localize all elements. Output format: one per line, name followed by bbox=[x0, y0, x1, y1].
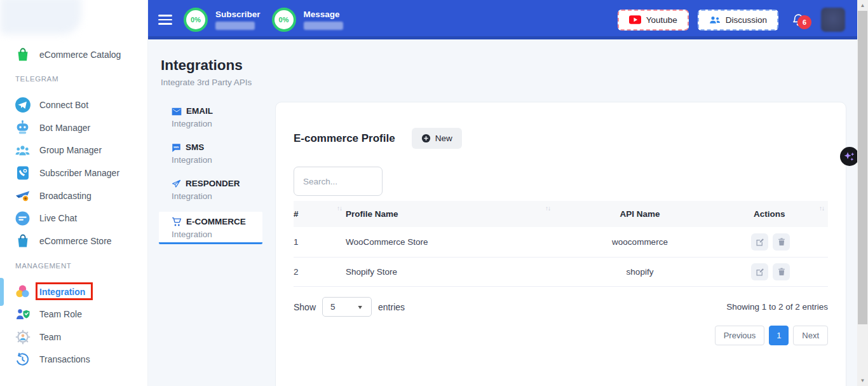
subnav-item-subtitle: Integration bbox=[172, 154, 262, 166]
subnav-item-responder[interactable]: RESPONDER Integration bbox=[159, 176, 262, 205]
discussion-button-label: Discussion bbox=[726, 15, 767, 25]
sidebar-item-broadcasting[interactable]: Broadcasting bbox=[0, 184, 147, 207]
sidebar-item-label: Subscriber Manager bbox=[39, 168, 119, 178]
search-input[interactable] bbox=[294, 167, 383, 196]
profiles-table: #↑↓ Profile Name↑↓ API Name Actions↑↓ 1 … bbox=[294, 201, 828, 287]
sidebar-item-label: Broadcasting bbox=[39, 191, 92, 201]
new-profile-button[interactable]: New bbox=[412, 128, 462, 149]
column-header-profile-name[interactable]: Profile Name↑↓ bbox=[346, 201, 554, 227]
row-number: 1 bbox=[294, 237, 346, 247]
subnav-item-subtitle: Integration bbox=[172, 190, 262, 202]
active-item-indicator bbox=[0, 278, 4, 306]
subnav-item-email[interactable]: EMAIL Integration bbox=[159, 103, 262, 132]
sidebar-section-telegram: TELEGRAM bbox=[0, 72, 147, 85]
sidebar-item-label: Integration bbox=[39, 287, 85, 297]
plus-circle-icon bbox=[421, 134, 431, 143]
page-title: Integrations bbox=[161, 57, 243, 74]
sidebar-item-label: Team bbox=[39, 332, 61, 342]
column-header-api-name[interactable]: API Name bbox=[554, 201, 726, 227]
chevron-down-icon: ▼ bbox=[356, 304, 363, 310]
notification-bell[interactable]: 6 bbox=[791, 13, 806, 27]
sidebar-item-label: Live Chat bbox=[39, 213, 77, 223]
api-name-cell: shopify bbox=[554, 267, 726, 277]
sidebar-item-label: Connect Bot bbox=[39, 100, 88, 110]
robot-icon bbox=[14, 119, 31, 136]
api-name-cell: woocommerce bbox=[554, 237, 726, 247]
scrollbar-down-arrow[interactable]: ▼ bbox=[857, 375, 868, 386]
main-content: Integrations Integrate 3rd Party APIs EM… bbox=[148, 39, 868, 386]
clock-history-icon bbox=[14, 351, 31, 368]
current-page-button[interactable]: 1 bbox=[769, 326, 789, 345]
edit-button[interactable] bbox=[751, 233, 768, 251]
table-row: 1 WooCommerce Store woocommerce bbox=[294, 227, 828, 258]
envelope-icon bbox=[172, 107, 182, 116]
sidebar: eCommerce Catalog TELEGRAM Connect Bot B… bbox=[0, 0, 148, 386]
sidebar-item-integration[interactable]: Integration bbox=[0, 280, 147, 303]
sort-icon[interactable]: ↑↓ bbox=[819, 205, 824, 212]
previous-page-button[interactable]: Previous bbox=[715, 326, 765, 345]
sidebar-item-connect-bot[interactable]: Connect Bot bbox=[0, 93, 147, 116]
subnav-item-sms[interactable]: SMS SMS Integration bbox=[159, 139, 262, 169]
subscriber-progress-value-redacted bbox=[215, 22, 255, 30]
discussion-button[interactable]: Discussion bbox=[698, 10, 778, 31]
entries-label: entries bbox=[378, 302, 405, 312]
sidebar-item-group-manager[interactable]: Group Manager bbox=[0, 139, 147, 162]
profile-name-cell: Shopify Store bbox=[346, 267, 554, 277]
gear-person-icon bbox=[14, 328, 31, 345]
column-header-actions[interactable]: Actions↑↓ bbox=[726, 201, 828, 227]
sidebar-item-transactions[interactable]: Transactions bbox=[0, 348, 147, 371]
sidebar-item-bot-manager[interactable]: Bot Manager bbox=[0, 116, 147, 139]
message-progress-circle: 0% bbox=[272, 8, 296, 32]
sidebar-item-ecommerce-catalog[interactable]: eCommerce Catalog bbox=[0, 43, 147, 66]
table-header-row: #↑↓ Profile Name↑↓ API Name Actions↑↓ bbox=[294, 201, 828, 227]
sidebar-item-label: eCommerce Store bbox=[39, 236, 112, 246]
scrollbar-up-arrow[interactable]: ▲ bbox=[857, 0, 868, 11]
edit-icon bbox=[755, 267, 764, 277]
youtube-button[interactable]: Youtube bbox=[618, 10, 689, 31]
group-people-icon bbox=[14, 142, 31, 159]
scrollbar-thumb[interactable] bbox=[858, 11, 867, 324]
sparkles-icon bbox=[843, 150, 856, 163]
user-avatar[interactable] bbox=[821, 8, 845, 32]
sidebar-item-live-chat[interactable]: Live Chat bbox=[0, 207, 147, 230]
sidebar-item-team-role[interactable]: Team Role bbox=[0, 303, 147, 326]
table-row: 2 Shopify Store shopify bbox=[294, 258, 828, 287]
profile-name-cell: WooCommerce Store bbox=[346, 237, 554, 247]
vertical-scrollbar[interactable]: ▲ ▼ bbox=[857, 0, 868, 386]
sidebar-item-label: Group Manager bbox=[39, 145, 102, 155]
trash-icon bbox=[777, 237, 786, 247]
next-page-button[interactable]: Next bbox=[793, 326, 828, 345]
subscriber-progress: 0% Subscriber bbox=[184, 8, 261, 32]
sort-icon[interactable]: ↑↓ bbox=[337, 205, 342, 212]
contact-book-icon bbox=[14, 164, 31, 181]
subnav-item-subtitle: Integration bbox=[172, 118, 262, 130]
column-header-num[interactable]: #↑↓ bbox=[294, 201, 346, 227]
page-size-select[interactable]: 5 ▼ bbox=[322, 297, 372, 317]
subnav-item-ecommerce[interactable]: E-COMMERCE Integration bbox=[159, 212, 262, 244]
delete-button[interactable] bbox=[773, 233, 790, 251]
hamburger-menu-icon[interactable] bbox=[158, 12, 172, 27]
app-logo bbox=[0, 0, 81, 34]
message-progress-label: Message bbox=[304, 10, 343, 19]
sort-icon[interactable]: ↑↓ bbox=[545, 205, 550, 212]
page-size-value: 5 bbox=[330, 302, 336, 312]
chat-bubble-icon bbox=[14, 210, 31, 227]
sidebar-item-team[interactable]: Team bbox=[0, 326, 147, 348]
notification-count-badge: 6 bbox=[797, 15, 811, 29]
message-progress-value-redacted bbox=[304, 22, 343, 30]
subnav-item-title: E-COMMERCE bbox=[186, 216, 246, 228]
subnav-item-subtitle: Integration bbox=[172, 228, 262, 240]
pagination: Previous 1 Next bbox=[294, 326, 828, 345]
edit-button[interactable] bbox=[751, 263, 768, 280]
sidebar-item-label: Bot Manager bbox=[39, 123, 90, 133]
shield-person-icon bbox=[14, 306, 31, 323]
subscriber-progress-circle: 0% bbox=[184, 8, 208, 32]
page-subtitle: Integrate 3rd Party APIs bbox=[161, 78, 252, 87]
sidebar-item-label: Team Role bbox=[39, 309, 82, 319]
sidebar-item-ecommerce-store[interactable]: eCommerce Store bbox=[0, 230, 147, 252]
ai-assistant-button[interactable] bbox=[840, 147, 859, 166]
shopping-bag-blue-icon bbox=[14, 232, 31, 249]
delete-button[interactable] bbox=[773, 263, 790, 280]
sidebar-item-subscriber-manager[interactable]: Subscriber Manager bbox=[0, 162, 147, 184]
subnav-item-title: EMAIL bbox=[186, 105, 213, 118]
